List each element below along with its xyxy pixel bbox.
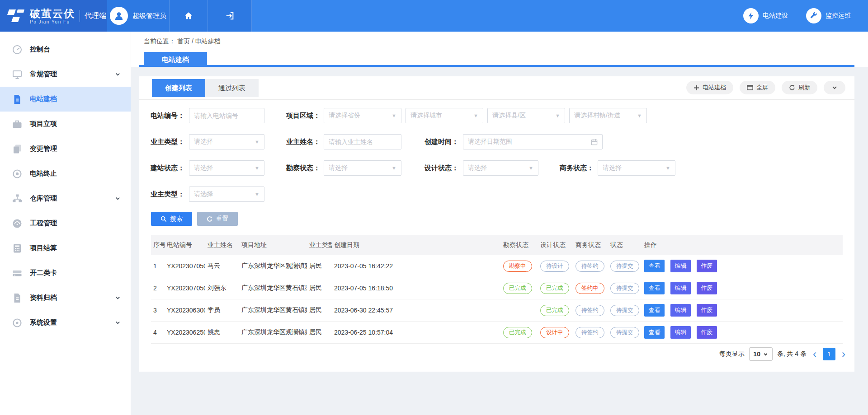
edit-button[interactable]: 编辑 (670, 282, 691, 294)
breadcrumb-path[interactable]: 首页 / 电站建档 (177, 37, 221, 45)
sidebar-item-general-mgmt[interactable]: 常规管理 (0, 62, 131, 87)
chevron-down-icon (831, 84, 838, 91)
logout-button[interactable] (208, 0, 252, 32)
sidebar-item-project-initiation[interactable]: 项目立项 (0, 112, 131, 136)
monitor-icon (12, 69, 23, 80)
owner-type2-label: 业主类型： (144, 187, 184, 202)
edit-button[interactable]: 编辑 (670, 260, 691, 272)
chevron-down-icon (115, 71, 121, 77)
void-button[interactable]: 作废 (697, 326, 717, 339)
survey-status-label: 勘察状态： (279, 160, 320, 176)
search-icon (160, 216, 167, 222)
select-caret-icon: ▼ (255, 139, 259, 145)
owner-name-label: 业主姓名： (279, 134, 320, 149)
table-header: 序号 电站编号 业主姓名 项目地址 业主类型 创建日期 勘察状态 设计状态 商务… (151, 235, 843, 255)
user-menu[interactable]: 超级管理员 (107, 0, 170, 32)
edit-button[interactable]: 编辑 (670, 304, 691, 317)
build-status-select[interactable]: 请选择▼ (189, 160, 264, 176)
reset-button[interactable]: 重置 (197, 212, 238, 226)
user-name: 超级管理员 (132, 12, 166, 20)
nav-station-build[interactable]: 电站建设 (743, 8, 788, 23)
void-button[interactable]: 作废 (697, 282, 717, 294)
card-icon (12, 268, 23, 279)
select-caret-icon: ▼ (555, 113, 560, 118)
settings-icon (12, 317, 23, 328)
date-range-picker[interactable]: 请选择日期范围 (463, 134, 603, 149)
sidebar-item-station-archive[interactable]: 电站建档 (0, 87, 131, 112)
next-page-button[interactable]: › (840, 348, 847, 360)
sidebar-item-data-archive[interactable]: 资料归档 (0, 285, 131, 310)
design-status-badge: 设计中 (540, 327, 569, 338)
avatar (110, 7, 128, 25)
region-label: 项目区域： (279, 108, 320, 123)
void-button[interactable]: 作废 (697, 304, 717, 317)
design-status-badge: 待设计 (540, 261, 569, 272)
table-row: 3 YX2023063000009 学员 广东深圳龙华区黄石镇姚家庄... 居民… (151, 299, 843, 322)
survey-status-badge: 已完成 (503, 327, 532, 338)
table-row: 4 YX2023062500004 姚忠 广东深圳龙华区观澜镇姚家庄... 居民… (151, 322, 843, 344)
add-station-button[interactable]: 电站建档 (686, 81, 733, 94)
county-select[interactable]: 请选择县/区▼ (487, 108, 565, 123)
search-button[interactable]: 搜索 (151, 212, 192, 226)
sidebar-item-warehouse-mgmt[interactable]: 仓库管理 (0, 186, 131, 211)
view-button[interactable]: 查看 (644, 260, 665, 272)
sidebar-item-system-settings[interactable]: 系统设置 (0, 310, 131, 335)
refresh-icon (789, 84, 795, 91)
survey-status-select[interactable]: 请选择▼ (324, 160, 401, 176)
brand-logo: 破茧云伏 Po Jian Yun Fu 代理端 (0, 0, 107, 32)
refresh-button[interactable]: 刷新 (782, 81, 817, 94)
sidebar-item-project-settlement[interactable]: 项目结算 (0, 236, 131, 261)
design-status-badge: 已完成 (540, 305, 569, 316)
per-page-select[interactable]: 10 (749, 347, 773, 361)
sidebar-item-engineering-mgmt[interactable]: 工程管理 (0, 211, 131, 236)
business-status-select[interactable]: 请选择▼ (598, 160, 675, 176)
breadcrumb: 当前位置：首页 / 电站建档 (144, 37, 222, 46)
business-status-badge: 待签约 (576, 327, 604, 338)
sidebar-item-console[interactable]: 控制台 (0, 37, 131, 62)
current-page-button[interactable]: 1 (823, 348, 835, 360)
target-icon (12, 168, 23, 179)
toolbar: 电站建档 全屏 刷新 (686, 81, 845, 94)
breadcrumb-label: 当前位置： (144, 37, 175, 45)
prev-page-button[interactable]: ‹ (811, 348, 818, 360)
select-caret-icon: ▼ (392, 113, 396, 118)
archive-icon (12, 293, 23, 303)
chevron-down-icon (115, 320, 121, 326)
sidebar-item-change-mgmt[interactable]: 变更管理 (0, 136, 131, 161)
owner-name-input[interactable] (324, 134, 401, 149)
nav-monitor-ops[interactable]: 监控运维 (806, 8, 851, 23)
tab-passed-list[interactable]: 通过列表 (205, 79, 259, 97)
design-status-select[interactable]: 请选择▼ (463, 160, 538, 176)
select-caret-icon: ▼ (637, 113, 642, 118)
sidebar-item-station-terminate[interactable]: 电站终止 (0, 161, 131, 186)
province-select[interactable]: 请选择省份▼ (324, 108, 401, 123)
station-table: 序号 电站编号 业主姓名 项目地址 业主类型 创建日期 勘察状态 设计状态 商务… (151, 235, 843, 344)
select-caret-icon: ▼ (665, 165, 670, 171)
build-status-label: 建站状态： (144, 160, 184, 176)
view-button[interactable]: 查看 (644, 326, 665, 339)
edit-button[interactable]: 编辑 (670, 326, 691, 339)
fullscreen-button[interactable]: 全屏 (740, 81, 775, 94)
station-code-input[interactable] (189, 108, 264, 123)
breadcrumb-bar: 当前位置：首页 / 电站建档 电站建档 (131, 32, 868, 67)
select-caret-icon: ▼ (473, 113, 478, 118)
sidebar-item-open-card[interactable]: 开二类卡 (0, 261, 131, 285)
view-button[interactable]: 查看 (644, 282, 665, 294)
tab-create-list[interactable]: 创建列表 (152, 79, 205, 97)
owner-type-select[interactable]: 请选择▼ (189, 134, 264, 149)
collapse-toolbar-button[interactable] (824, 81, 845, 94)
town-select[interactable]: 请选择村镇/街道▼ (569, 108, 647, 123)
per-page-label: 每页显示 (719, 350, 745, 358)
view-button[interactable]: 查看 (644, 304, 665, 317)
chevron-down-icon (115, 295, 121, 301)
briefcase-icon (12, 119, 23, 130)
table-row: 2 YX2023070500010 刘强东 广东深圳龙华区黄石镇星官大... 居… (151, 277, 843, 299)
city-select[interactable]: 请选择城市▼ (406, 108, 483, 123)
main-content: 当前位置：首页 / 电站建档 电站建档 创建列表 通过列表 电站建档 全屏 (131, 32, 868, 415)
fullscreen-icon (747, 85, 753, 90)
home-button[interactable] (170, 0, 208, 32)
pagination: 每页显示 10 条, 共 4 条 ‹ 1 › (719, 347, 847, 361)
void-button[interactable]: 作废 (697, 260, 717, 272)
brand-logo-icon (6, 7, 26, 24)
owner-type2-select[interactable]: 请选择▼ (189, 187, 264, 202)
